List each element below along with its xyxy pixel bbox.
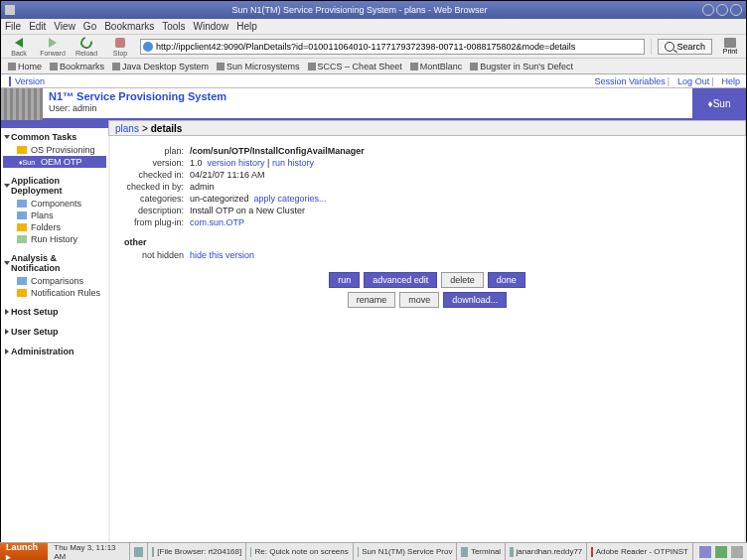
nav-run-history[interactable]: Run History [3,233,106,245]
menu-edit[interactable]: Edit [29,21,46,32]
menu-window[interactable]: Window [194,21,229,32]
window-close-button[interactable] [730,4,742,16]
rename-button[interactable]: rename [348,292,396,308]
back-button[interactable]: Back [5,36,33,57]
lbl-plan: plan: [124,146,184,156]
link-icon [308,63,316,70]
chevron-right-icon [5,309,9,315]
version-link[interactable]: Version [9,76,45,86]
launch-button[interactable]: Launch ▸ [0,543,48,561]
gear-icon [17,146,27,154]
search-button[interactable]: Search [658,39,712,55]
help-link[interactable]: Help [721,76,740,86]
nav-folders[interactable]: Folders [3,221,106,233]
window-minimize-button[interactable] [702,4,714,16]
mail-icon [250,547,251,557]
app-header: N1™ Service Provisioning System User: ad… [1,88,746,120]
nav-hdr-analysis[interactable]: Analysis & Notification [3,251,106,275]
nav-hdr-user[interactable]: User Setup [3,325,106,339]
task-mail[interactable]: Re: Quick note on screens [246,543,354,561]
nav-hdr-admin[interactable]: Administration [3,345,106,358]
nav-oem-otp[interactable]: ♦SunOEM OTP [3,156,106,168]
advanced-edit-button[interactable]: advanced edit [364,272,437,288]
globe-icon [143,42,153,52]
lbl-version: version: [124,158,184,168]
task-im[interactable]: janardhan.reddy77 [506,543,587,561]
bm-sun[interactable]: Sun Microsystems [214,62,303,71]
person-icon [510,547,513,557]
tray-icon-2[interactable] [715,546,727,558]
app-user: User: admin [49,103,686,113]
url-input[interactable] [156,42,642,52]
volume-icon[interactable] [731,546,743,558]
bm-sccs[interactable]: SCCS – Cheat Sheet [305,62,405,71]
breadcrumb-current: details [151,123,183,134]
link-hide-version[interactable]: hide this version [190,250,254,260]
url-bar[interactable] [140,39,645,55]
session-variables-link[interactable]: Session Variables [594,76,665,86]
window-maximize-button[interactable] [716,4,728,16]
run-button[interactable]: run [329,272,360,288]
menu-view[interactable]: View [54,21,75,32]
desktop-icon [134,547,143,557]
menu-file[interactable]: File [5,21,21,32]
delete-button[interactable]: delete [441,272,484,288]
sidebar: Common Tasks OS Provisioning ♦SunOEM OTP… [1,120,108,547]
nav-notification-rules[interactable]: Notification Rules [3,287,106,299]
task-adobe[interactable]: Adobe Reader - OTPINST [587,543,693,561]
chevron-down-icon [4,184,10,188]
bm-montblanc[interactable]: MontBlanc [407,62,466,71]
stop-button[interactable]: Stop [106,36,134,57]
print-icon [724,38,736,48]
bm-bugster[interactable]: Bugster in Sun's Defect [467,62,576,71]
chevron-down-icon [4,261,10,265]
globe-icon [358,547,360,557]
bm-home[interactable]: Home [5,62,45,71]
nav-components[interactable]: Components [3,198,106,210]
nav-hdr-host[interactable]: Host Setup [3,305,106,319]
lbl-categories: categories: [124,194,184,204]
breadcrumb-sep: > [142,123,148,134]
done-button[interactable]: done [488,272,525,288]
reload-icon [78,35,94,51]
sidebar-accent [1,120,108,128]
menu-help[interactable]: Help [236,21,257,32]
task-terminal[interactable]: Terminal [457,543,506,561]
forward-button[interactable]: Forward [39,36,67,57]
history-icon [17,235,27,243]
menu-go[interactable]: Go [83,21,96,32]
task-browser[interactable]: Sun N1(TM) Service Prov [354,543,458,561]
link-version-history[interactable]: version history [208,158,265,168]
app-title: N1™ Service Provisioning System [49,90,686,102]
breadcrumb-plans[interactable]: plans [115,123,139,134]
home-icon [8,63,16,70]
val-plan: /com/sun/OTP/InstallConfigAvailManager [190,146,730,156]
nav-plans[interactable]: Plans [3,210,106,221]
nav-hdr-common[interactable]: Common Tasks [3,130,106,144]
lbl-checkedin: checked in: [124,170,184,180]
logout-link[interactable]: Log Out [677,76,709,86]
system-tray [695,546,747,558]
download-button[interactable]: download... [443,292,507,308]
val-checkedby: admin [190,182,730,192]
task-filebrowser[interactable]: [File Browser: rt204168] [148,543,246,561]
menu-bookmarks[interactable]: Bookmarks [104,21,154,32]
val-checkedin: 04/21/07 11:16 AM [190,170,730,180]
link-apply-categories[interactable]: apply categories... [254,194,327,204]
sun-icon: ♦Sun [17,159,37,166]
link-plugin[interactable]: com.sun.OTP [190,217,244,227]
bm-bookmarks[interactable]: Bookmarks [47,62,107,71]
tray-icon-1[interactable] [699,546,711,558]
reload-button[interactable]: Reload [73,36,100,57]
nav-hdr-app-deploy[interactable]: Application Deployment [3,174,106,198]
menu-tools[interactable]: Tools [162,21,185,32]
nav-os-provisioning[interactable]: OS Provisioning [3,144,106,156]
bm-jds[interactable]: Java Desktop System [109,62,212,71]
move-button[interactable]: move [399,292,439,308]
print-button[interactable]: Print [718,38,742,55]
show-desktop-button[interactable] [130,543,148,561]
section-other: other [124,237,730,247]
taskbar-clock: Thu May 3, 11:13 AM [48,543,130,561]
nav-comparisons[interactable]: Comparisons [3,275,106,287]
link-run-history[interactable]: run history [272,158,314,168]
